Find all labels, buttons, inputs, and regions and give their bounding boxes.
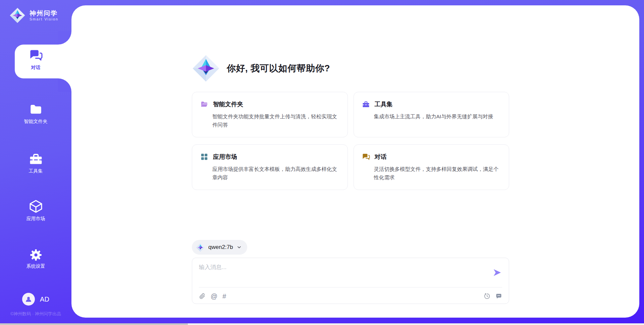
card-app-market[interactable]: 应用市场 应用市场提供丰富长文本模板，助力高效生成多样化文章内容 (192, 144, 348, 190)
card-toolset[interactable]: 工具集 集成市场上主流工具，助力AI与外界无缝扩展与对接 (354, 92, 509, 137)
chevron-down-icon (236, 245, 242, 250)
sidebar-item-settings[interactable]: 系统设置 (0, 249, 71, 269)
greeting-text: 你好, 我可以如何帮助你? (227, 62, 330, 74)
person-icon (25, 296, 32, 303)
folder-icon (29, 103, 43, 117)
sidebar-item-label: 对话 (31, 65, 41, 71)
attach-file-button[interactable] (199, 293, 206, 300)
card-chat[interactable]: 对话 灵活切换多模型文件，支持多样回复效果调试，满足个性化需求 (354, 144, 509, 190)
sidebar-item-label: 工具集 (29, 168, 43, 174)
cube-icon (29, 199, 43, 214)
feature-cards: 智能文件夹 智能文件夹功能支持批量文件上传与清洗，轻松实现文件问答 工具集 集成… (192, 92, 509, 190)
user-account[interactable]: AD (0, 293, 71, 306)
sidebar: 神州问学 Smart Vision 对话 智能文件夹 (0, 0, 71, 325)
card-title: 工具集 (375, 100, 393, 108)
sidebar-item-chat[interactable]: 对话 (0, 49, 71, 71)
chat-icon (29, 49, 43, 63)
comment-icon (495, 293, 502, 300)
composer-divider (199, 287, 502, 287)
model-selector[interactable]: qwen2:7b (192, 240, 247, 255)
model-gem-icon (196, 243, 205, 252)
sidebar-item-smart-folder[interactable]: 智能文件夹 (0, 103, 71, 125)
sidebar-item-label: 智能文件夹 (24, 119, 48, 125)
horizontal-scrollbar[interactable] (0, 323, 644, 325)
copyright-text: ©神州数码 · 神州问学出品 (0, 311, 71, 317)
send-button[interactable] (492, 267, 502, 277)
main-panel: 你好, 我可以如何帮助你? 智能文件夹 智能文件夹功能支持批量文件上传与清洗，轻… (71, 5, 639, 318)
card-title: 对话 (375, 153, 387, 161)
card-title: 应用市场 (213, 153, 237, 161)
history-icon (484, 293, 490, 300)
brand-logo: 神州问学 Smart Vision (9, 7, 58, 23)
scrollbar-thumb[interactable] (0, 323, 188, 325)
card-description: 智能文件夹功能支持批量文件上传与清洗，轻松实现文件问答 (212, 112, 339, 129)
card-description: 集成市场上主流工具，助力AI与外界无缝扩展与对接 (374, 112, 501, 121)
hero-gem-icon (192, 54, 220, 82)
paperclip-icon (199, 293, 206, 300)
app-window: 神州问学 Smart Vision 对话 智能文件夹 (0, 0, 644, 325)
sidebar-item-app-market[interactable]: 应用市场 (0, 199, 71, 222)
card-title: 智能文件夹 (213, 100, 243, 108)
user-name: AD (40, 296, 49, 303)
topic-button[interactable]: # (222, 293, 226, 300)
sidebar-item-label: 应用市场 (26, 216, 45, 222)
message-input[interactable] (199, 263, 467, 284)
avatar (22, 293, 35, 306)
toolbox-icon (362, 100, 370, 108)
folder-open-icon (200, 100, 208, 108)
new-conversation-button[interactable] (495, 293, 502, 300)
brand-name: 神州问学 (30, 10, 58, 17)
hero-greeting: 你好, 我可以如何帮助你? (192, 54, 330, 82)
model-name: qwen2:7b (208, 244, 233, 251)
chat-icon (362, 153, 370, 161)
message-composer: @ # (192, 258, 509, 304)
at-icon: @ (211, 293, 217, 300)
sidebar-item-label: 系统设置 (26, 263, 45, 269)
brand-subtitle: Smart Vision (30, 17, 58, 21)
grid-icon (200, 153, 208, 161)
brand-gem-icon (9, 7, 25, 23)
card-description: 灵活切换多模型文件，支持多样回复效果调试，满足个性化需求 (374, 165, 501, 182)
history-button[interactable] (484, 293, 490, 300)
send-icon (493, 268, 502, 277)
card-description: 应用市场提供丰富长文本模板，助力高效生成多样化文章内容 (212, 165, 339, 182)
card-smart-folder[interactable]: 智能文件夹 智能文件夹功能支持批量文件上传与清洗，轻松实现文件问答 (192, 92, 348, 137)
toolbox-icon (29, 151, 43, 166)
hash-icon: # (222, 293, 226, 300)
composer-toolbar: @ # (199, 291, 502, 301)
gear-icon (30, 249, 42, 261)
mention-button[interactable]: @ (211, 293, 217, 300)
sidebar-item-toolset[interactable]: 工具集 (0, 151, 71, 174)
